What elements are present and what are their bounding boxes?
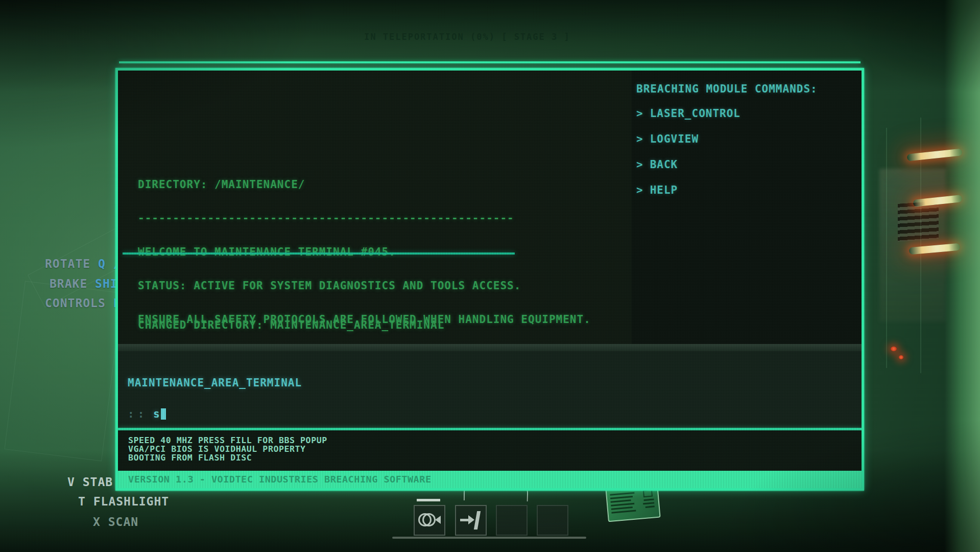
hud-hint-label: ROTATE	[45, 257, 98, 270]
command-item-back[interactable]: >BACK	[636, 158, 678, 171]
output-divider-line	[123, 252, 515, 255]
command-label: LASER_CONTROL	[650, 107, 740, 120]
light-streak	[886, 128, 887, 368]
hud-hint-label: BRAKE	[50, 277, 95, 290]
red-indicator-light	[891, 347, 897, 351]
terminal-window: DIRECTORY: /MAINTENANCE/ ---------------…	[115, 68, 864, 491]
server-rack	[898, 201, 939, 242]
directory-line: DIRECTORY: /MAINTENANCE/	[138, 179, 591, 190]
red-indicator-light	[899, 355, 903, 359]
teleportation-stage-text: IN TELEPORTATION (0%) [ STAGE 3 ]	[364, 32, 570, 42]
hud-hint-stabilize: V STAB	[67, 475, 113, 489]
hotbar-slot-dock-tool[interactable]	[455, 505, 487, 536]
separator-line: ----------------------------------------…	[138, 213, 591, 224]
text-cursor	[161, 408, 166, 420]
status-line: STATUS: ACTIVE FOR SYSTEM DIAGNOSTICS AN…	[138, 280, 591, 291]
version-text: VERSION 1.3 - VOIDTEC INDUSTRIES BREACHI…	[128, 474, 432, 485]
version-bar: VERSION 1.3 - VOIDTEC INDUSTRIES BREACHI…	[118, 471, 862, 488]
bios-section: SPEED 40 MHZ PRESS FILL FOR BBS POPUP VG…	[118, 430, 862, 471]
command-panel: BREACHING MODULE COMMANDS: >LASER_CONTRO…	[632, 71, 862, 344]
command-input[interactable]: s	[153, 408, 166, 420]
command-item-laser-control[interactable]: >LASER_CONTROL	[636, 107, 740, 120]
prompt-symbol: ::	[128, 408, 148, 420]
hud-hint-rotate: ROTATE Q /	[45, 257, 121, 270]
chevron-icon: >	[636, 133, 643, 145]
changed-directory-line: CHANGED DIRECTORY: MAINTENANCE_AREA_TERM…	[138, 319, 444, 331]
command-label: LOGVIEW	[650, 133, 699, 145]
section-divider-strip	[118, 344, 862, 351]
hud-hint-label: CONTROLS	[45, 296, 113, 310]
command-panel-title: BREACHING MODULE COMMANDS:	[636, 83, 818, 95]
hotbar-slot-camera[interactable]	[414, 505, 445, 536]
hud-hint-scan: X SCAN	[93, 515, 138, 528]
bios-line: BOOTING FROM FLASH DISC	[128, 453, 252, 463]
game-screen: IN TELEPORTATION (0%) [ STAGE 3 ] ROTATE…	[0, 0, 980, 552]
command-label: HELP	[650, 184, 678, 196]
hotbar-underline	[392, 537, 586, 539]
prompt-section: MAINTENANCE_AREA_TERMINAL :: s	[118, 351, 862, 428]
hud-hint-flashlight: T FLASHLIGHT	[78, 495, 169, 508]
chevron-icon: >	[636, 158, 643, 171]
hud-hint-brake: BRAKE SHIF	[50, 277, 125, 290]
command-item-logview[interactable]: >LOGVIEW	[636, 133, 699, 145]
hud-hint-controls: CONTROLS F	[45, 296, 121, 310]
input-value: s	[153, 408, 160, 420]
terminal-name-label: MAINTENANCE_AREA_TERMINAL	[128, 377, 302, 389]
chevron-icon: >	[636, 107, 643, 120]
chevron-icon: >	[636, 184, 643, 196]
hotbar-slot-empty[interactable]	[537, 505, 568, 536]
hotbar-slot-empty[interactable]	[496, 505, 528, 536]
hotbar-selected-indicator	[417, 499, 440, 501]
command-item-help[interactable]: >HELP	[636, 184, 678, 196]
command-label: BACK	[650, 158, 678, 171]
welcome-line: WELCOME TO MAINTENANCE TERMINAL #045.	[138, 246, 591, 258]
